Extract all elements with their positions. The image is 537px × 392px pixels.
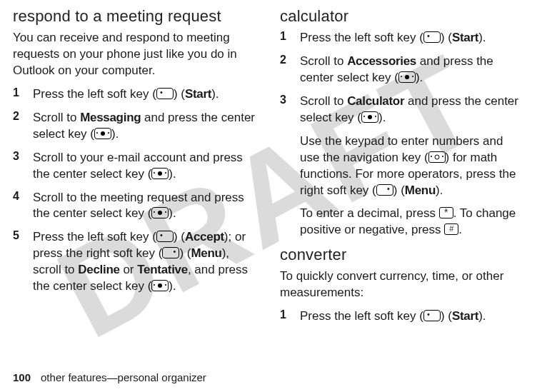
- step-text: Scroll to the meeting request and press …: [33, 190, 257, 223]
- step-num: 1: [13, 86, 23, 103]
- intro-converter: To quickly convert currency, time, or ot…: [280, 268, 524, 301]
- center-select-icon: [398, 71, 416, 83]
- right-column: calculator 1 Press the left soft key () …: [280, 7, 524, 361]
- footer-text: other features—personal organizer: [41, 371, 206, 383]
- center-select-icon: [94, 128, 111, 139]
- center-select-icon: [361, 111, 378, 123]
- step-num: 3: [13, 150, 23, 183]
- step-num: 1: [280, 308, 290, 325]
- step-text: Press the left soft key () (Start).: [33, 86, 219, 103]
- calc-note-1: Use the keypad to enter numbers and use …: [300, 134, 524, 199]
- center-select-icon: [151, 207, 169, 218]
- step-4: 4 Scroll to the meeting request and pres…: [13, 190, 257, 223]
- calc-step-2: 2 Scroll to Accessories and press the ce…: [280, 54, 524, 86]
- page-footer: 100 other features—personal organizer: [13, 371, 206, 383]
- page-number: 100: [13, 371, 31, 383]
- heading-converter: converter: [280, 246, 524, 264]
- calc-step-3: 3 Scroll to Calculator and press the cen…: [280, 94, 524, 126]
- left-column: respond to a meeting request You can rec…: [13, 7, 257, 361]
- star-key-icon: [439, 207, 453, 218]
- right-softkey-icon: [162, 247, 179, 258]
- step-text: Press the left soft key () (Start).: [300, 308, 486, 325]
- step-5: 5 Press the left soft key () (Accept); o…: [13, 229, 257, 295]
- step-num: 3: [280, 94, 290, 126]
- step-3: 3 Scroll to your e-mail account and pres…: [13, 150, 257, 183]
- steps-converter: 1 Press the left soft key () (Start).: [280, 308, 524, 325]
- step-text: Press the left soft key () (Accept); or …: [33, 229, 257, 295]
- intro-respond: You can receive and respond to meeting r…: [13, 30, 257, 79]
- center-select-icon: [151, 280, 169, 291]
- calc-note-2: To enter a decimal, press . To change po…: [300, 206, 524, 238]
- left-softkey-icon: [156, 231, 174, 242]
- heading-calculator: calculator: [280, 7, 524, 26]
- page-columns: respond to a meeting request You can rec…: [0, 0, 537, 361]
- step-text: Scroll to your e-mail account and press …: [33, 150, 257, 183]
- step-num: 2: [280, 54, 290, 86]
- hash-key-icon: [444, 223, 458, 235]
- step-2: 2 Scroll to Messaging and press the cent…: [13, 110, 257, 143]
- step-text: Scroll to Calculator and press the cente…: [300, 94, 524, 126]
- heading-respond: respond to a meeting request: [13, 7, 257, 26]
- left-softkey-icon: [423, 310, 441, 321]
- center-select-icon: [151, 168, 169, 179]
- step-text: Scroll to Accessories and press the cent…: [300, 54, 524, 86]
- steps-respond: 1 Press the left soft key () (Start). 2 …: [13, 86, 257, 295]
- step-num: 1: [280, 30, 290, 46]
- left-softkey-icon: [156, 88, 174, 99]
- left-softkey-icon: [423, 31, 441, 43]
- navigation-key-icon: [428, 151, 446, 163]
- step-num: 5: [13, 229, 23, 295]
- step-num: 2: [13, 110, 23, 143]
- step-num: 4: [13, 190, 23, 223]
- right-softkey-icon: [376, 184, 393, 196]
- step-text: Scroll to Messaging and press the center…: [33, 110, 257, 143]
- steps-calculator: 1 Press the left soft key () (Start). 2 …: [280, 30, 524, 126]
- conv-step-1: 1 Press the left soft key () (Start).: [280, 308, 524, 325]
- calc-step-1: 1 Press the left soft key () (Start).: [280, 30, 524, 46]
- step-text: Press the left soft key () (Start).: [300, 30, 486, 46]
- step-1: 1 Press the left soft key () (Start).: [13, 86, 257, 103]
